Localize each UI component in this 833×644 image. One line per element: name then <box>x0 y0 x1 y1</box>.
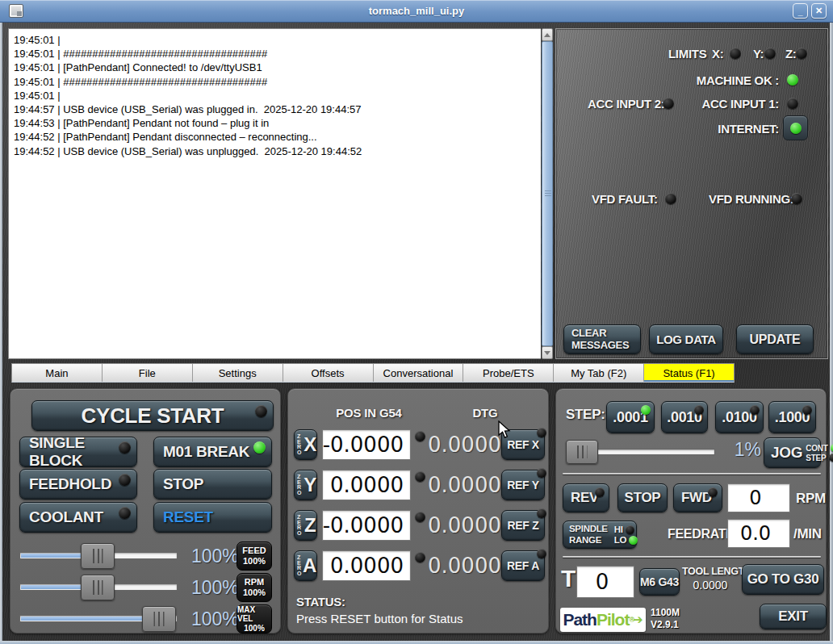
model-label: 1100M <box>651 607 680 619</box>
ref-a-button[interactable]: REF A <box>501 550 545 581</box>
spindle-fwd-button[interactable]: FWD <box>673 483 722 512</box>
rpm-100-button[interactable]: RPM 100% <box>237 573 272 602</box>
jog-cont-step-button[interactable]: JOG CONT STEP <box>764 437 821 468</box>
tab-conversational[interactable]: Conversational <box>374 364 464 382</box>
tab-probe-ets[interactable]: Probe/ETS <box>463 364 554 382</box>
window-frame-left <box>0 23 2 644</box>
m6-g43-button[interactable]: M6 G43 <box>639 568 680 596</box>
single-block-button[interactable]: SINGLE BLOCK <box>19 437 137 467</box>
jog-step-led <box>829 454 833 462</box>
spindle-stop-button[interactable]: STOP <box>617 483 668 512</box>
spindle-rev-button[interactable]: REV <box>563 483 609 512</box>
zero-y-button[interactable]: ZERO Y <box>294 470 317 500</box>
cycle-start-button[interactable]: CYCLE START <box>31 400 274 431</box>
window-frame-bottom <box>0 641 833 644</box>
go-to-g30-button[interactable]: GO TO G30 <box>742 564 824 595</box>
pos-x-field[interactable]: -0.0000 <box>322 429 411 460</box>
ref-x-label: REF X <box>507 438 539 451</box>
log-line: 19:44:52 | USB device (USB_Serial) was u… <box>14 144 536 158</box>
step-0010-led <box>694 405 704 415</box>
step-0010-button[interactable]: .0010 <box>661 401 708 433</box>
rpm-field[interactable]: 0 <box>727 483 790 512</box>
close-button[interactable]: ✕ <box>811 3 827 19</box>
update-button[interactable]: UPDATE <box>736 324 814 354</box>
stop-button[interactable]: STOP <box>153 469 272 500</box>
feed-override-handle[interactable] <box>81 543 115 569</box>
internet-label: INTERNET: <box>718 122 779 136</box>
feed-chip-line1: FEED <box>242 546 266 556</box>
axis-letter-y: Y <box>303 474 316 496</box>
maxvel-override-handle[interactable] <box>142 606 176 632</box>
tab-settings[interactable]: Settings <box>193 364 283 382</box>
tab-my-tab-f2[interactable]: My Tab (F2) <box>554 364 644 382</box>
clear-messages-button[interactable]: CLEAR MESSAGES <box>563 324 641 354</box>
limit-y-led <box>764 48 776 59</box>
jog-speed-handle[interactable] <box>566 440 598 464</box>
jog-spindle-panel: STEP: .0001 .0010 .0100 .1000 1% JOG CON… <box>555 388 827 634</box>
zero-word: ZERO <box>297 434 303 455</box>
pathpilot-logo: PathPilot®➔ <box>560 608 646 632</box>
feedrate-field[interactable]: 0.0 <box>727 519 790 548</box>
zero-a-button[interactable]: ZERO A <box>294 550 317 581</box>
ref-z-button[interactable]: REF Z <box>501 510 545 541</box>
tool-number-field[interactable]: 0 <box>576 566 634 598</box>
tab-main[interactable]: Main <box>12 364 103 382</box>
reset-button[interactable]: RESET <box>153 502 272 533</box>
step-1000-led <box>802 405 812 415</box>
titlebar[interactable]: tormach_mill_ui.py _ ✕ <box>0 0 833 23</box>
tab-file[interactable]: File <box>103 364 193 382</box>
status-label: STATUS: <box>296 595 345 608</box>
internet-led-button[interactable] <box>783 115 808 140</box>
clear-messages-line1: CLEAR <box>571 328 606 339</box>
tab-status-f1[interactable]: Status (F1) <box>644 364 734 382</box>
pos-a-field[interactable]: 0.0000 <box>322 550 411 581</box>
feed-override-value: 100% <box>191 546 239 567</box>
range-lo-label: LO <box>614 535 627 545</box>
feed-100-button[interactable]: FEED 100% <box>237 542 272 571</box>
feedhold-button[interactable]: FEEDHOLD <box>19 469 137 500</box>
tool-length-value: 0.0000 <box>682 579 739 592</box>
log-data-button[interactable]: LOG DATA <box>649 324 723 354</box>
maxvel-100-button[interactable]: MAX VEL 100% <box>237 604 272 634</box>
limit-z-led <box>796 48 807 59</box>
scroll-up-icon[interactable] <box>542 28 553 41</box>
log-line: 19:45:01 | [PathPendant] Connected! to /… <box>14 61 536 74</box>
pos-z-led <box>415 512 425 522</box>
limit-y-label: Y: <box>753 47 764 61</box>
coolant-button[interactable]: COOLANT <box>19 502 137 533</box>
zero-x-button[interactable]: ZERO X <box>294 429 317 460</box>
zero-z-button[interactable]: ZERO Z <box>294 510 317 541</box>
jog-cont-label: CONT <box>806 444 828 453</box>
step-0100-button[interactable]: .0100 <box>715 401 764 433</box>
pos-y-led <box>415 471 425 482</box>
scroll-down-icon[interactable] <box>542 346 553 359</box>
ref-y-button[interactable]: REF Y <box>501 470 545 500</box>
rpm-override-handle[interactable] <box>81 575 115 600</box>
spindle-range-line1: SPINDLE <box>569 524 608 534</box>
spindle-range-button[interactable]: SPINDLE RANGE HI LO <box>563 521 637 549</box>
exit-button[interactable]: EXIT <box>760 604 827 629</box>
machine-ok-label: MACHINE OK : <box>697 73 779 87</box>
scrollbar-thumb[interactable] <box>542 41 553 346</box>
log-line: 19:44:57 | USB device (USB_Serial) was p… <box>14 102 536 116</box>
step-0001-button[interactable]: .0001 <box>606 401 655 433</box>
pos-y-field[interactable]: 0.0000 <box>322 470 411 500</box>
acc-input1-led <box>787 98 798 109</box>
zero-word: ZERO <box>297 475 303 496</box>
m01-break-button[interactable]: M01 BREAK <box>153 437 272 467</box>
pos-z-field[interactable]: -0.0000 <box>322 510 411 541</box>
log-line: 19:45:01 | <box>14 89 536 102</box>
acc-input1-label: ACC INPUT 1: <box>701 97 779 111</box>
internet-led <box>790 123 802 134</box>
log-lines: 19:45:01 | 19:45:01 | ##################… <box>9 29 541 162</box>
rpm-chip-line1: RPM <box>245 577 264 588</box>
pos-a-led <box>415 552 425 562</box>
ref-y-led <box>537 468 546 478</box>
ref-z-label: REF Z <box>508 519 539 532</box>
tab-offsets[interactable]: Offsets <box>283 364 374 382</box>
machine-control-panel: CYCLE START SINGLE BLOCK M01 BREAK FEEDH… <box>10 388 281 634</box>
app-window: tormach_mill_ui.py _ ✕ 19:45:01 | 19:45:… <box>0 0 833 644</box>
minimize-button[interactable]: _ <box>793 3 808 19</box>
step-1000-button[interactable]: .1000 <box>768 401 816 433</box>
log-scrollbar[interactable] <box>542 28 553 359</box>
